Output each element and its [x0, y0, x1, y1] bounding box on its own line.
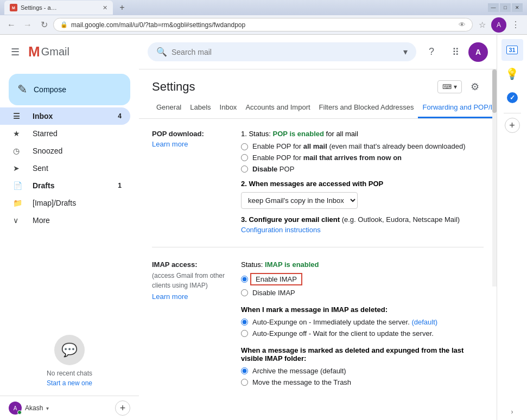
- gmail-logo-m: M: [28, 43, 40, 60]
- tab-filters[interactable]: Filters and Blocked Addresses: [315, 98, 418, 118]
- sidebar-item-drafts[interactable]: 📄 Drafts 1: [0, 177, 130, 194]
- imap-enable-radio[interactable]: [241, 276, 248, 283]
- right-panel-add-button[interactable]: +: [505, 118, 520, 133]
- pop-option-3: Disable POP: [241, 165, 484, 173]
- window-controls: — □ ✕: [488, 3, 523, 12]
- user-account-area[interactable]: A Akash ▾: [9, 400, 49, 416]
- right-panel-expand-icon[interactable]: ›: [511, 408, 513, 416]
- sidebar-item-sent[interactable]: ➤ Sent: [0, 160, 130, 177]
- imap-auto-expunge-off: Auto-Expunge off - Wait for the client t…: [241, 329, 484, 338]
- google-apps-button[interactable]: ⠿: [445, 41, 466, 63]
- window-close-button[interactable]: ✕: [512, 3, 523, 12]
- browser-menu-button[interactable]: ⋮: [509, 18, 523, 32]
- config-instructions-link[interactable]: Configuration instructions: [241, 226, 484, 234]
- imap-learn-more-link[interactable]: Learn more: [152, 292, 228, 301]
- pop-step2-label: 2. When messages are accessed with POP: [241, 180, 484, 188]
- pop-dropdown[interactable]: keep Gmail's copy in the Inbox: [241, 192, 358, 209]
- pop-learn-more-link[interactable]: Learn more: [152, 140, 228, 148]
- pop-option-2-radio[interactable]: [241, 154, 248, 161]
- tab-general[interactable]: General: [152, 98, 186, 118]
- right-panel-divider: [504, 113, 521, 113]
- settings-tabs: General Labels Inbox Accounts and Import…: [139, 98, 497, 119]
- search-bar[interactable]: 🔍 ▾: [148, 42, 416, 61]
- drafts-badge: 1: [118, 182, 122, 189]
- help-button[interactable]: ?: [421, 41, 442, 63]
- url-text: mail.google.com/mail/u/0/?tab=rm&ogbl#se…: [71, 21, 245, 29]
- calendar-icon[interactable]: 31: [501, 39, 523, 61]
- user-dropdown-icon: ▾: [46, 405, 49, 411]
- search-input[interactable]: [172, 48, 399, 56]
- pop-section-label-area: POP download: Learn more: [152, 130, 228, 234]
- gmail-logo-area: ☰ M Gmail: [0, 35, 139, 69]
- pop-step3-line: 3. Configure your email client (e.g. Out…: [241, 215, 484, 224]
- settings-gear-icon[interactable]: ⚙: [466, 78, 484, 96]
- imap-label: IMAP access:: [152, 260, 228, 269]
- pop-section: POP download: Learn more 1. Status: POP …: [152, 130, 484, 247]
- imap-trash-label: Move the message to the Trash: [252, 378, 351, 386]
- pop-option-1-radio[interactable]: [241, 143, 248, 150]
- imap-description: (access Gmail from other clients using I…: [152, 271, 228, 290]
- pop-option-3-radio[interactable]: [241, 166, 248, 173]
- window-minimize-button[interactable]: —: [488, 3, 499, 12]
- page-title: Settings: [152, 80, 195, 94]
- chat-no-recent-label: No recent chats: [9, 370, 130, 377]
- sidebar-menu-icon[interactable]: ☰: [4, 41, 26, 63]
- star-icon: ★: [13, 129, 24, 138]
- settings-actions: ⌨ ▾ ⚙: [437, 78, 484, 96]
- tab-forwarding[interactable]: Forwarding and POP/IMAP: [418, 98, 497, 118]
- sidebar-item-sent-label: Sent: [33, 164, 122, 173]
- inbox-icon: ☰: [13, 112, 24, 120]
- window-maximize-button[interactable]: □: [500, 3, 511, 12]
- bookmark-button[interactable]: ☆: [475, 18, 489, 32]
- sidebar-item-imap-drafts[interactable]: 📁 [Imap]/Drafts: [0, 194, 130, 212]
- imap-drafts-icon: 📁: [13, 199, 24, 207]
- tab-inbox[interactable]: Inbox: [215, 98, 242, 118]
- chat-section: 💬 No recent chats Start a new one: [0, 326, 139, 396]
- imap-status-prefix: Status:: [241, 260, 265, 269]
- sidebar-item-snoozed[interactable]: ◷ Snoozed: [0, 142, 130, 160]
- imap-auto-expunge-on-radio[interactable]: [241, 319, 248, 326]
- sidebar-item-more[interactable]: ∨ More: [0, 212, 130, 229]
- imap-archive-label: Archive the message (default): [252, 367, 346, 375]
- refresh-button[interactable]: ↻: [37, 18, 51, 32]
- sidebar-item-imap-drafts-label: [Imap]/Drafts: [33, 199, 122, 207]
- active-tab[interactable]: M Settings - a… ✕: [4, 1, 113, 15]
- compose-button[interactable]: ✎ Compose: [9, 74, 130, 105]
- tasks-icon[interactable]: ✓: [501, 87, 523, 109]
- back-button[interactable]: ←: [4, 18, 18, 32]
- browser-avatar[interactable]: A: [491, 17, 506, 33]
- sidebar-item-inbox[interactable]: ☰ Inbox 4: [0, 107, 130, 125]
- imap-section: IMAP access: (access Gmail from other cl…: [152, 260, 484, 390]
- sidebar-item-starred-label: Starred: [33, 129, 122, 138]
- tab-close-icon[interactable]: ✕: [103, 4, 107, 11]
- imap-disable-option: Disable IMAP: [241, 289, 484, 297]
- pop-option-3-label: Disable POP: [252, 165, 294, 173]
- full-layout: M Settings - a… ✕ + — □ ✕ ← → ↻ 🔒 mail: [0, 0, 527, 420]
- imap-archive-radio[interactable]: [241, 367, 248, 374]
- sidebar-item-starred[interactable]: ★ Starred: [0, 125, 130, 142]
- gmail-top-header: 🔍 ▾ ? ⠿ A: [139, 35, 497, 69]
- pop-dropdown-area: keep Gmail's copy in the Inbox: [241, 192, 484, 209]
- keyboard-shortcut-button[interactable]: ⌨ ▾: [437, 80, 462, 93]
- user-name: Akash: [25, 404, 43, 412]
- chat-start-new-link[interactable]: Start a new one: [9, 379, 130, 387]
- pop-option-1: Enable POP for all mail (even mail that'…: [241, 142, 484, 150]
- imap-trash-radio[interactable]: [241, 379, 248, 386]
- imap-auto-expunge-off-radio[interactable]: [241, 330, 248, 337]
- tab-accounts[interactable]: Accounts and Import: [241, 98, 314, 118]
- imap-disable-radio[interactable]: [241, 289, 248, 296]
- settings-body: POP download: Learn more 1. Status: POP …: [139, 119, 497, 400]
- keep-icon[interactable]: 💡: [501, 63, 523, 85]
- forward-button[interactable]: →: [21, 18, 35, 32]
- gmail-avatar[interactable]: A: [468, 42, 488, 62]
- scrollbar-thumb[interactable]: [492, 69, 497, 113]
- add-account-button[interactable]: +: [115, 400, 130, 416]
- address-bar[interactable]: 🔒 mail.google.com/mail/u/0/?tab=rm&ogbl#…: [53, 18, 473, 31]
- pop-option-2-label: Enable POP for mail that arrives from no…: [252, 154, 402, 162]
- snoozed-icon: ◷: [13, 147, 24, 155]
- imap-auto-expunge-on: Auto-Expunge on - Immediately update the…: [241, 318, 484, 326]
- tab-labels[interactable]: Labels: [186, 98, 215, 118]
- new-tab-button[interactable]: +: [115, 1, 129, 15]
- search-dropdown-icon[interactable]: ▾: [403, 47, 408, 57]
- lock-icon: 🔒: [60, 21, 68, 28]
